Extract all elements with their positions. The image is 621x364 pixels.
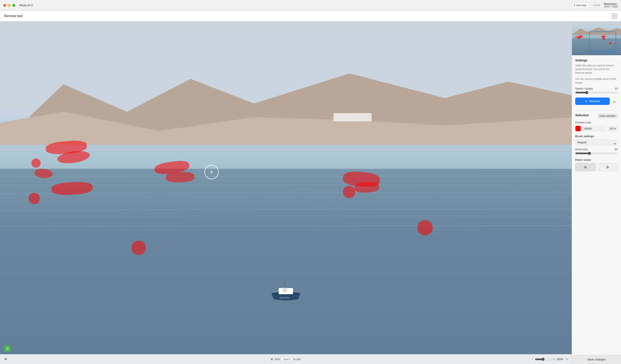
svg-line-3 bbox=[0, 176, 572, 177]
magic-wand-icon: ✦ bbox=[585, 99, 587, 103]
settings-section: Settings Select the area you want to rem… bbox=[575, 59, 618, 107]
get-help-button[interactable]: ℹ Get help bbox=[571, 2, 589, 8]
speed-quality-label: Speed / quality bbox=[575, 87, 593, 90]
version-label: v3.4.4 bbox=[593, 4, 600, 7]
preview-color-label: Preview color bbox=[575, 121, 618, 124]
speed-quality-slider[interactable] bbox=[575, 91, 618, 94]
hold-hint: ✥ Hold space to pan bbox=[271, 357, 301, 361]
dimensions-info: Dimensions 1333 × 2000 bbox=[604, 3, 618, 8]
close-traffic-light[interactable] bbox=[3, 4, 6, 7]
brush-size-label: Brush size bbox=[575, 148, 588, 151]
blob-5 bbox=[29, 193, 40, 204]
title-bar: Photo AI 3 ℹ Get help v3.4.4 Dimensions … bbox=[0, 0, 621, 11]
zoom-controls: − + 200% ▾ bbox=[531, 357, 568, 361]
title-bar-right: ℹ Get help v3.4.4 Dimensions 1333 × 2000 bbox=[571, 2, 618, 8]
thumb-viewport bbox=[589, 32, 616, 52]
svg-rect-2 bbox=[333, 113, 372, 121]
zoom-minus[interactable]: − bbox=[531, 357, 533, 361]
space-key: space bbox=[281, 357, 292, 361]
canvas-area[interactable]: QUICKSILVER + ⊞ 👁 ✥ Hold spa bbox=[0, 21, 572, 364]
brush-size-value: 65 bbox=[615, 148, 618, 151]
svg-text:QUICKSILVER: QUICKSILVER bbox=[280, 297, 289, 299]
color-hex[interactable]: ff0000 bbox=[583, 126, 606, 131]
water bbox=[0, 169, 572, 364]
svg-line-8 bbox=[0, 217, 572, 218]
paint-button[interactable]: ⊕ bbox=[575, 163, 596, 171]
clear-selection-button[interactable]: Clear selection bbox=[597, 114, 618, 118]
speed-quality-row: Speed / quality 25 bbox=[575, 87, 618, 90]
svg-point-13 bbox=[282, 288, 287, 293]
svg-line-6 bbox=[0, 201, 572, 202]
thumbnail-area bbox=[572, 21, 621, 55]
zoom-dropdown-icon[interactable]: ▾ bbox=[566, 358, 568, 361]
divider-1 bbox=[575, 111, 618, 111]
erase-icon: ⊗ bbox=[606, 165, 609, 169]
remove-button[interactable]: ✦ Remove bbox=[575, 98, 610, 105]
green-icon[interactable]: ⊞ bbox=[4, 345, 11, 352]
panel-content: Settings Select the area you want to rem… bbox=[572, 55, 621, 355]
app-title: Photo AI 3 bbox=[19, 4, 33, 7]
settings-desc1: Select the area you want to remove using… bbox=[575, 64, 618, 75]
zoom-value: 200% bbox=[556, 358, 565, 361]
brush-type-wrapper: Regular bbox=[575, 139, 618, 148]
opacity-badge[interactable]: 50 % bbox=[608, 126, 618, 131]
remove-row: ✦ Remove ↩ bbox=[575, 98, 618, 107]
minimize-traffic-light[interactable] bbox=[8, 4, 11, 7]
main-layout: QUICKSILVER + ⊞ 👁 ✥ Hold spa bbox=[0, 21, 621, 364]
color-row: ff0000 50 % bbox=[575, 126, 618, 132]
brush-size-slider[interactable] bbox=[575, 152, 618, 155]
blob-12 bbox=[131, 241, 146, 255]
paint-erase-toggle: ⊕ ⊗ bbox=[575, 163, 618, 171]
scene: QUICKSILVER + ⊞ bbox=[0, 21, 572, 364]
svg-line-9 bbox=[0, 226, 572, 226]
selection-title: Selection bbox=[575, 113, 589, 117]
cursor-crosshair: + bbox=[204, 165, 219, 179]
eye-icon[interactable]: 👁 bbox=[4, 357, 7, 361]
pan-icon: ✥ bbox=[271, 358, 273, 361]
selection-header: Selection Clear selection bbox=[575, 113, 618, 118]
paint-erase-label: Paint / erase bbox=[575, 158, 618, 161]
zoom-slider[interactable] bbox=[535, 358, 552, 361]
save-changes-wrapper: Save changes bbox=[572, 355, 621, 364]
tool-title: Remove tool bbox=[4, 14, 23, 18]
close-button[interactable]: × bbox=[612, 14, 617, 18]
brush-size-row: Brush size 65 bbox=[575, 148, 618, 151]
zoom-plus[interactable]: + bbox=[553, 357, 555, 361]
bottom-toolbar: 👁 ✥ Hold space to pan − + 200% ▾ bbox=[0, 354, 572, 364]
brush-settings-label: Brush settings bbox=[575, 135, 618, 138]
paint-icon: ⊕ bbox=[584, 165, 587, 169]
tool-header: Remove tool × bbox=[0, 11, 621, 21]
erase-button[interactable]: ⊗ bbox=[597, 163, 618, 171]
save-changes-button[interactable]: Save changes bbox=[572, 355, 621, 364]
undo-button[interactable]: ↩ bbox=[611, 99, 618, 105]
maximize-traffic-light[interactable] bbox=[12, 4, 15, 7]
selection-section: Selection Clear selection Preview color … bbox=[575, 113, 618, 171]
blob-4 bbox=[32, 159, 41, 168]
boat: QUICKSILVER bbox=[267, 278, 304, 302]
right-panel: Settings Select the area you want to rem… bbox=[572, 21, 621, 364]
thumbnail-image bbox=[572, 21, 621, 55]
svg-line-7 bbox=[0, 209, 572, 210]
mountains-back bbox=[0, 62, 572, 145]
settings-desc2: You can remove multiple areas of the ima… bbox=[575, 77, 618, 84]
blob-13 bbox=[417, 220, 433, 235]
color-swatch[interactable] bbox=[575, 126, 581, 132]
settings-title: Settings bbox=[575, 59, 618, 62]
traffic-lights bbox=[3, 4, 15, 7]
info-icon: ℹ bbox=[574, 4, 575, 7]
speed-quality-value: 25 bbox=[615, 87, 618, 90]
brush-type-select[interactable]: Regular bbox=[575, 139, 618, 145]
